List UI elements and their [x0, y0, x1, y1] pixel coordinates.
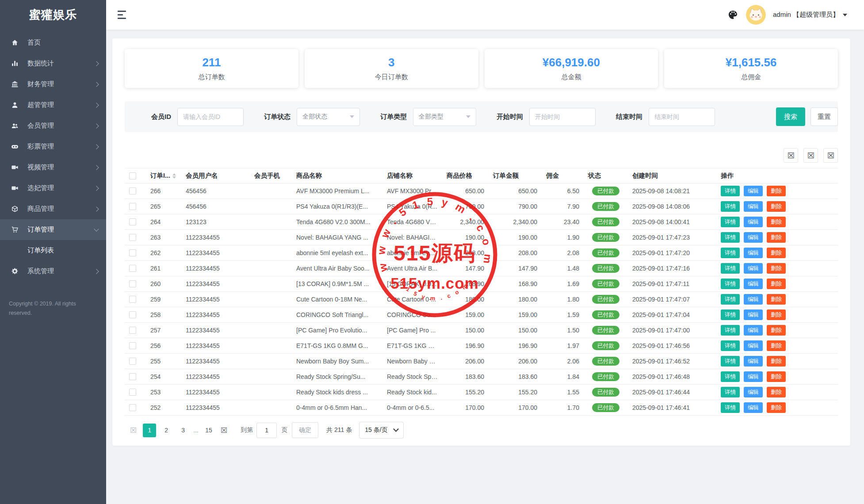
detail-button[interactable]: 详情 [721, 248, 740, 259]
delete-button[interactable]: 删除 [767, 279, 786, 290]
row-checkbox[interactable] [129, 342, 136, 349]
member-username-cell: 1122334455 [181, 230, 250, 245]
edit-button[interactable]: 编辑 [744, 263, 763, 274]
edit-button[interactable]: 编辑 [744, 371, 763, 382]
sort-icon[interactable] [172, 172, 176, 180]
page-number-1[interactable]: 1 [143, 424, 156, 437]
detail-button[interactable]: 详情 [721, 201, 740, 212]
jump-confirm-button[interactable]: 确定 [292, 422, 318, 438]
sidebar-subitem-订单列表[interactable]: 订单列表 [0, 240, 106, 261]
edit-button[interactable]: 编辑 [744, 248, 763, 259]
delete-button[interactable]: 删除 [767, 325, 786, 336]
detail-button[interactable]: 详情 [721, 186, 740, 197]
delete-button[interactable]: 删除 [767, 294, 786, 305]
detail-button[interactable]: 详情 [721, 232, 740, 243]
page-number-2[interactable]: 2 [160, 424, 173, 437]
detail-button[interactable]: 详情 [721, 356, 740, 367]
row-checkbox[interactable] [129, 234, 136, 241]
page-number-3[interactable]: 3 [176, 424, 190, 437]
row-checkbox[interactable] [129, 218, 136, 225]
member-id-input[interactable] [177, 108, 244, 126]
sidebar-item-系统管理[interactable]: 系统管理 [0, 261, 106, 282]
sidebar-item-超管管理[interactable]: 超管管理 [0, 95, 106, 115]
page-size-select[interactable]: 15 条/页 [359, 422, 403, 439]
row-checkbox[interactable] [129, 203, 136, 210]
row-checkbox[interactable] [129, 187, 136, 195]
row-checkbox[interactable] [129, 280, 136, 287]
sidebar-item-选妃管理[interactable]: 选妃管理 [0, 178, 106, 199]
detail-button[interactable]: 详情 [721, 217, 740, 228]
edit-button[interactable]: 编辑 [744, 402, 763, 413]
delete-button[interactable]: 删除 [767, 309, 786, 321]
detail-button[interactable]: 详情 [721, 387, 740, 398]
start-time-input[interactable] [529, 108, 596, 126]
sidebar-item-数据统计[interactable]: 数据统计 [0, 53, 106, 74]
end-time-input[interactable] [649, 108, 715, 126]
sidebar-item-视频管理[interactable]: 视频管理 [0, 157, 106, 178]
search-button[interactable]: 搜索 [776, 107, 805, 126]
delete-button[interactable]: 删除 [767, 402, 786, 413]
toolbar-export-icon[interactable]: ☒ [803, 148, 818, 163]
row-checkbox[interactable] [129, 296, 136, 303]
delete-button[interactable]: 删除 [767, 387, 786, 398]
user-avatar[interactable] [746, 5, 766, 25]
page-next-icon[interactable]: ☒ [221, 426, 227, 435]
sidebar-item-财务管理[interactable]: 财务管理 [0, 74, 106, 95]
edit-button[interactable]: 编辑 [744, 325, 763, 336]
edit-button[interactable]: 编辑 [744, 232, 763, 243]
delete-button[interactable]: 删除 [767, 371, 786, 382]
edit-button[interactable]: 编辑 [744, 279, 763, 290]
toolbar-refresh-icon[interactable]: ☒ [784, 148, 798, 163]
edit-button[interactable]: 编辑 [744, 201, 763, 212]
detail-button[interactable]: 详情 [721, 325, 740, 336]
delete-button[interactable]: 删除 [767, 248, 786, 259]
row-checkbox[interactable] [129, 311, 136, 318]
edit-button[interactable]: 编辑 [744, 309, 763, 321]
user-menu[interactable]: admin 【超级管理员】 [773, 11, 847, 19]
table-row: 25211223344550-4mm or 0-6.5mm Han...0-4m… [125, 400, 838, 416]
row-checkbox[interactable] [129, 389, 136, 396]
delete-button[interactable]: 删除 [767, 356, 786, 367]
row-checkbox[interactable] [129, 327, 136, 334]
delete-button[interactable]: 删除 [767, 263, 786, 274]
detail-button[interactable]: 详情 [721, 309, 740, 321]
page-prev-icon[interactable]: ☒ [130, 426, 137, 435]
row-checkbox[interactable] [129, 404, 136, 411]
page-number-15[interactable]: 15 [202, 424, 215, 437]
theme-palette-icon[interactable] [727, 9, 739, 21]
detail-button[interactable]: 详情 [721, 402, 740, 413]
edit-button[interactable]: 编辑 [744, 186, 763, 197]
row-checkbox[interactable] [129, 265, 136, 272]
stat-label: 总金额 [561, 73, 581, 81]
detail-button[interactable]: 详情 [721, 294, 740, 305]
edit-button[interactable]: 编辑 [744, 217, 763, 228]
edit-button[interactable]: 编辑 [744, 294, 763, 305]
delete-button[interactable]: 删除 [767, 340, 786, 351]
reset-button[interactable]: 重置 [810, 107, 838, 126]
row-checkbox[interactable] [129, 358, 136, 365]
jump-page-input[interactable] [256, 423, 277, 438]
select-all-checkbox[interactable] [129, 172, 136, 179]
sidebar-item-会员管理[interactable]: 会员管理 [0, 115, 106, 136]
detail-button[interactable]: 详情 [721, 279, 740, 290]
order-type-select[interactable]: 全部类型 [413, 108, 476, 126]
delete-button[interactable]: 删除 [767, 201, 786, 212]
row-checkbox[interactable] [129, 373, 136, 380]
sidebar-item-订单管理[interactable]: 订单管理 [0, 219, 106, 240]
toolbar-columns-icon[interactable]: ☒ [823, 148, 838, 163]
delete-button[interactable]: 删除 [767, 186, 786, 197]
delete-button[interactable]: 删除 [767, 232, 786, 243]
sidebar-item-首页[interactable]: 首页 [0, 32, 106, 53]
detail-button[interactable]: 详情 [721, 263, 740, 274]
order-status-select[interactable]: 全部状态 [297, 108, 360, 126]
row-checkbox[interactable] [129, 249, 136, 256]
edit-button[interactable]: 编辑 [744, 340, 763, 351]
sidebar-item-彩票管理[interactable]: 彩票管理 [0, 136, 106, 157]
delete-button[interactable]: 删除 [767, 217, 786, 228]
detail-button[interactable]: 详情 [721, 340, 740, 351]
edit-button[interactable]: 编辑 [744, 356, 763, 367]
detail-button[interactable]: 详情 [721, 371, 740, 382]
sidebar-item-商品管理[interactable]: 商品管理 [0, 199, 106, 219]
sidebar-toggle-icon[interactable] [118, 11, 126, 19]
edit-button[interactable]: 编辑 [744, 387, 763, 398]
